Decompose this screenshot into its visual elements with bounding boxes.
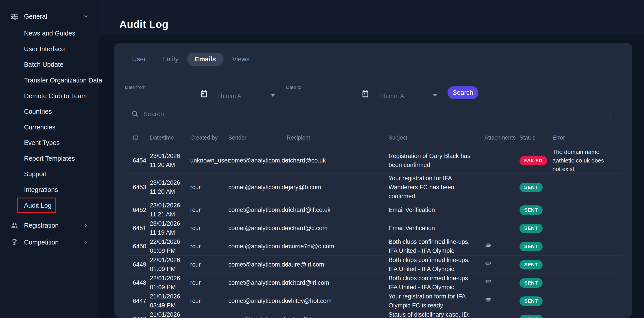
- cell-id: 6454: [125, 147, 150, 174]
- sidebar-item-transfer-organization-data[interactable]: Transfer Organization Data: [0, 75, 99, 85]
- col-created-by: Created by: [190, 128, 228, 147]
- cell-recipient: gary@b.com: [287, 174, 388, 201]
- cell-sender: comet@analyticom.de: [228, 310, 287, 318]
- cell-attachments: [484, 219, 520, 237]
- cell-error: [552, 292, 621, 310]
- cell-id: 6447: [125, 292, 150, 310]
- cell-datetime: 21/01/202603:49 PM: [150, 292, 190, 310]
- cell-error: [552, 255, 621, 274]
- status-badge: SENT: [520, 315, 542, 318]
- calendar-icon[interactable]: [201, 89, 207, 98]
- col-sender: Sender: [228, 128, 287, 147]
- col-id: ID: [125, 128, 150, 147]
- sidebar-item-currencies[interactable]: Currencies: [0, 122, 99, 132]
- status-badge: SENT: [520, 278, 542, 288]
- cell-error: [552, 237, 621, 255]
- cell-subject: Both clubs confirmed line-ups, IFA Unite…: [388, 237, 484, 255]
- table-row[interactable]: 6449 22/01/202601:09 PM rcur comet@analy…: [125, 255, 621, 274]
- table-row[interactable]: 6450 22/01/202601:09 PM rcur comet@analy…: [125, 237, 621, 255]
- email-log-table: ID Date/time Created by Sender Recipient…: [125, 128, 621, 318]
- cell-recipient: richard@iri.com: [287, 310, 388, 318]
- cell-attachments: [484, 201, 520, 219]
- cell-attachments: [484, 147, 520, 174]
- cell-subject: Email Verification: [388, 219, 484, 237]
- col-datetime: Date/time: [150, 128, 190, 147]
- search-input[interactable]: Search: [125, 106, 611, 122]
- cell-sender: comet@analyticom.de: [228, 292, 287, 310]
- sidebar-item-report-templates[interactable]: Report Templates: [0, 153, 99, 164]
- table-row[interactable]: 6447 21/01/202603:49 PM rcur comet@analy…: [125, 292, 621, 310]
- cell-sender: comet@analyticom.de: [228, 274, 287, 292]
- sidebar-item-general[interactable]: General: [0, 9, 99, 24]
- table-row[interactable]: 6453 23/01/202611:20 AM rcur comet@analy…: [125, 174, 621, 201]
- topbar: Audit Log: [99, 0, 644, 35]
- date-from-input[interactable]: [125, 104, 212, 104]
- cell-id: 6449: [125, 255, 150, 274]
- sidebar-item-event-types[interactable]: Event Types: [0, 138, 99, 148]
- cell-datetime: 23/01/202611:19 AM: [150, 219, 190, 237]
- table-header-row: ID Date/time Created by Sender Recipient…: [125, 128, 621, 147]
- audit-log-highlight-frame: [17, 198, 56, 213]
- status-badge: SENT: [520, 242, 542, 251]
- tab-views[interactable]: Views: [232, 56, 250, 63]
- tab-bar: User Entity Emails Views: [132, 53, 250, 65]
- cell-subject: Registration of Gary Black has been conf…: [388, 147, 484, 174]
- dropdown-arrow-icon[interactable]: [271, 94, 275, 97]
- cell-sender: comet@analyticom.de: [228, 201, 287, 219]
- status-badge: SENT: [520, 183, 542, 192]
- time-from-input[interactable]: hh:mm A: [217, 93, 241, 100]
- dropdown-arrow-icon[interactable]: [433, 94, 437, 97]
- status-badge: FAILED: [520, 156, 547, 166]
- cell-attachments: [484, 237, 520, 255]
- tab-user[interactable]: User: [132, 56, 146, 63]
- cell-status: FAILED: [520, 147, 552, 174]
- sidebar-item-support[interactable]: Support: [0, 169, 99, 179]
- cell-datetime: 23/01/202611:20 AM: [150, 147, 190, 174]
- cell-recipient: whitey@hot.com: [287, 292, 388, 310]
- cell-datetime: 22/01/202601:09 PM: [150, 255, 190, 274]
- paperclip-icon: [484, 260, 492, 267]
- sidebar-item-user-interface[interactable]: User Interface: [0, 44, 99, 54]
- cell-created-by: rcur: [190, 292, 228, 310]
- cell-datetime: 21/01/202610:28 AM: [150, 310, 190, 318]
- date-from-label: Date from: [125, 84, 146, 90]
- sidebar-item-countries[interactable]: Countries: [0, 106, 99, 116]
- cell-status: SENT: [520, 292, 552, 310]
- paperclip-icon: [484, 296, 492, 303]
- table-row[interactable]: 6451 23/01/202611:19 AM rcur comet@analy…: [125, 219, 621, 237]
- tab-emails[interactable]: Emails: [187, 53, 224, 66]
- cell-status: SENT: [520, 255, 552, 274]
- search-button[interactable]: Search: [448, 86, 478, 99]
- cell-sender: comet@analyticom.de: [228, 219, 287, 237]
- time-to-input[interactable]: hh:mm A: [380, 93, 404, 100]
- sidebar: General News and Guides User Interface B…: [0, 0, 99, 318]
- sidebar-item-news-and-guides[interactable]: News and Guides: [0, 28, 99, 38]
- cell-created-by: rcur: [190, 201, 228, 219]
- tab-entity[interactable]: Entity: [162, 56, 178, 63]
- cell-subject: Email Verification: [388, 201, 484, 219]
- table-row[interactable]: 6446 21/01/202610:28 AM rcur comet@analy…: [125, 310, 621, 318]
- table-row[interactable]: 6452 23/01/202611:21 AM rcur comet@analy…: [125, 201, 621, 219]
- sidebar-item-integrations[interactable]: Integrations: [0, 185, 99, 195]
- cell-id: 6448: [125, 274, 150, 292]
- cell-id: 6452: [125, 201, 150, 219]
- cell-error: [552, 310, 621, 318]
- sidebar-item-registration[interactable]: Registration: [0, 218, 99, 233]
- chevron-right-icon: [83, 240, 88, 245]
- status-badge: SENT: [520, 260, 542, 269]
- sidebar-item-competition[interactable]: Competition: [0, 235, 99, 250]
- cell-status: SENT: [520, 310, 552, 318]
- date-to-input[interactable]: [286, 104, 374, 104]
- cell-sender: comet@analyticom.de: [228, 147, 287, 174]
- cell-attachments: [484, 310, 520, 318]
- table-row[interactable]: 6454 23/01/202611:20 AM unknown_user com…: [125, 147, 621, 174]
- table-row[interactable]: 6448 22/01/202601:09 PM rcur comet@analy…: [125, 274, 621, 292]
- sidebar-item-demote-club-to-team[interactable]: Demote Club to Team: [0, 91, 99, 101]
- search-placeholder: Search: [143, 110, 164, 118]
- trophy-icon: [10, 238, 18, 246]
- cell-created-by: rcur: [190, 219, 228, 237]
- cell-attachments: [484, 292, 520, 310]
- calendar-icon[interactable]: [362, 89, 368, 98]
- sidebar-item-batch-update[interactable]: Batch Update: [0, 60, 99, 69]
- cell-subject: Your registration for IFA Wanderers FC h…: [388, 174, 484, 201]
